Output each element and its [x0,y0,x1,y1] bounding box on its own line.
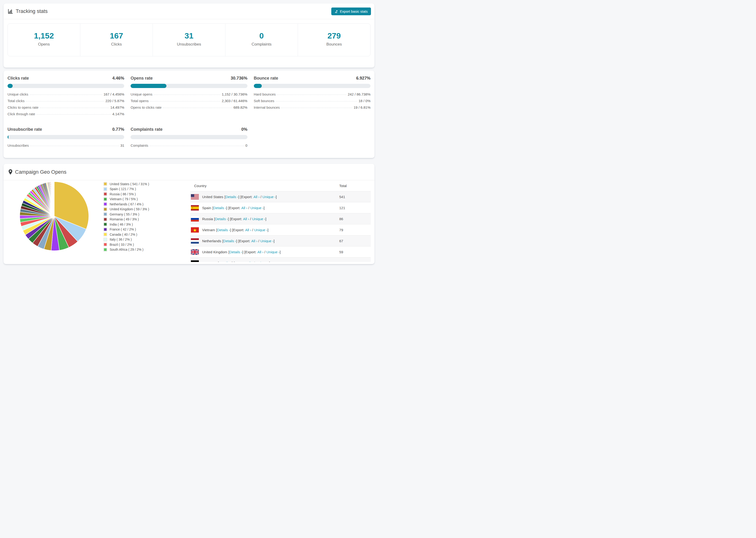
summary-box-bounces: 279 Bounces [298,24,370,56]
legend-swatch [104,248,107,251]
stat-line: Clicks to opens rate 14.497% [8,105,124,112]
country-name: Netherlands [202,239,221,243]
geo-table-row-vn: Vietnam [Details ›] [Export: All › / Uni… [190,224,371,235]
stat-value: 4.147% [112,112,124,116]
stat-line: Internal bounces 19 / 6.81% [254,105,370,112]
legend-label: Brazil ( 33 / 2% ) [110,243,134,246]
rate-block-clicks: Clicks rate 4.46% Unique clicks 167 / 4.… [8,76,124,119]
stat-line: Total clicks 220 / 5.87% [8,99,124,105]
pie-slice-other[interactable] [54,182,54,216]
legend-label: Romania ( 49 / 3% ) [110,217,139,221]
legend-swatch [104,207,107,211]
country-total: 86 [339,217,371,221]
rate-title: Unsubscribe rate [8,127,42,132]
legend-swatch [104,202,107,206]
legend-swatch [104,212,107,216]
export-unique-link[interactable]: Unique › [252,217,266,221]
progress-bar-fill [8,135,9,139]
legend-item-russia: Russia ( 86 / 5% ) [104,191,165,197]
geo-title-label: Campaign Geo Opens [15,169,67,175]
flag-ru-icon [191,216,199,222]
geo-table-row-us: United States [Details ›] [Export: All ›… [190,191,371,202]
legend-swatch [104,187,107,191]
export-basic-stats-button[interactable]: Export basic stats [331,8,371,15]
tracking-stats-header: Tracking stats Export basic stats [4,4,374,19]
export-unique-link[interactable]: Unique › [260,239,274,243]
export-all-link[interactable]: All › [242,206,247,210]
legend-item-vietnam: Vietnam ( 79 / 5% ) [104,197,165,202]
summary-label: Clicks [80,42,153,47]
export-label: Export: [231,217,242,221]
stat-line: Opens to clicks rate 689.82% [131,105,247,112]
geo-table-row-ru: Russia [Details ›] [Export: All › / Uniq… [190,213,371,224]
export-unique-link[interactable]: Unique › [256,261,269,262]
details-link[interactable]: Details › [223,239,236,243]
stat-label: Internal bounces [254,105,280,109]
geo-table-rows: United States [Details ›] [Export: All ›… [190,191,371,262]
geo-title: Campaign Geo Opens [9,169,67,175]
export-unique-link[interactable]: Unique › [250,206,264,210]
tracking-stats-card: Tracking stats Export basic stats 1,152 … [4,4,374,68]
export-unique-link[interactable]: Unique › [262,195,276,199]
export-all-link[interactable]: All › [253,195,259,199]
legend-item-canada: Canada ( 40 / 2% ) [104,232,165,237]
stat-line: Total opens 2,303 / 61.446% [131,99,247,105]
stat-line: Soft bounces 18 / 0% [254,99,370,105]
stat-value: 0 [245,143,247,147]
geo-table-header: Country Total [190,180,371,191]
legend-item-netherlands: Netherlands ( 67 / 4% ) [104,202,165,207]
stat-label: Hard bounces [254,92,276,96]
stat-label: Unique opens [131,92,152,96]
page-title-label: Tracking stats [16,8,48,14]
export-all-link[interactable]: All › [245,228,251,232]
map-pin-icon [9,169,13,175]
legend-item-india: India ( 46 / 3% ) [104,222,165,227]
legend-item-germany: Germany ( 55 / 3% ) [104,212,165,217]
stat-label: Soft bounces [254,99,274,103]
rate-value: 6.927% [356,76,370,81]
legend-swatch [104,182,107,186]
legend-label: Germany ( 55 / 3% ) [110,212,139,216]
rate-title: Opens rate [131,76,153,81]
dotted-leader [149,146,244,146]
country-total: 79 [339,228,371,232]
legend-label: Canada ( 40 / 2% ) [110,233,137,237]
export-unique-link[interactable]: Unique › [254,228,268,232]
stat-line: Unique opens 1,152 / 30.736% [131,92,247,99]
stat-label: Total opens [131,99,149,103]
flag-es-icon [191,205,199,211]
details-link[interactable]: Details › [215,217,228,221]
legend-swatch [104,223,107,226]
legend-label: Russia ( 86 / 5% ) [110,192,136,196]
geo-table-clip: Country Total United States [Details ›] … [190,180,371,262]
stat-value: 31 [121,143,125,147]
stat-label: Total clicks [8,99,25,103]
export-unique-link[interactable]: Unique › [266,250,280,254]
country-name: Vietnam [202,228,215,232]
geo-table-row-gb: United Kingdom [Details ›] [Export: All … [190,246,371,257]
summary-value: 31 [153,31,225,40]
geo-table-row-nl: Netherlands [Details ›] [Export: All › /… [190,235,371,246]
geo-table-row-de: Germany [Details ›] [Export: All › / Uni… [190,257,371,262]
export-all-link[interactable]: All › [247,261,253,262]
geo-table: Country Total United States [Details ›] … [190,180,371,262]
dotted-leader [26,101,104,101]
summary-label: Unsubscribes [153,42,225,47]
page-title: Tracking stats [8,8,48,14]
details-link[interactable]: Details › [219,261,232,262]
details-link[interactable]: Details › [217,228,230,232]
rate-value: 4.46% [112,76,124,81]
stat-label: Unique clicks [8,92,28,96]
export-all-link[interactable]: All › [257,250,263,254]
legend-item-spain: Spain ( 121 / 7% ) [104,187,165,192]
details-link[interactable]: Details › [213,206,226,210]
country-total: 67 [339,239,371,243]
export-all-link[interactable]: All › [251,239,257,243]
summary-box-opens: 1,152 Opens [8,24,80,56]
details-link[interactable]: Details › [225,195,238,199]
flag-nl-icon [191,238,199,243]
export-all-link[interactable]: All › [243,217,249,221]
stat-value: 18 / 0% [358,99,370,103]
details-link[interactable]: Details › [229,250,242,254]
summary-value: 167 [80,31,153,40]
